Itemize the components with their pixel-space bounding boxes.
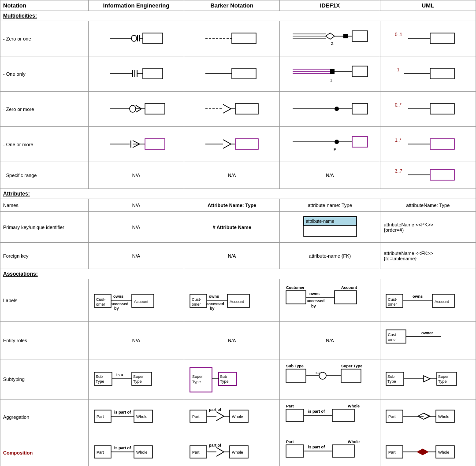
- uml-subtyping: Sub Type Super Type: [380, 359, 476, 399]
- svg-rect-68: [235, 139, 258, 149]
- svg-text:Super: Super: [438, 374, 449, 379]
- svg-text:Account: Account: [341, 285, 357, 290]
- uml-fk-text: attributeName <<FK>> {to=tablename}: [384, 251, 472, 261]
- svg-rect-31: [330, 69, 335, 74]
- idef-fk-text: attribute-name (FK): [309, 253, 351, 259]
- ie-specific-range: N/A: [88, 162, 184, 189]
- svg-text:Type: Type: [438, 379, 447, 384]
- uml-primary-key: attributeName <<PK>> {order=#}: [380, 212, 476, 243]
- svg-text:Customer: Customer: [286, 285, 305, 290]
- associations-label: Associations:: [3, 271, 38, 277]
- idef-foreign-key: attribute-name (FK): [280, 243, 380, 269]
- idef-composition: Part Whole is part of: [280, 435, 380, 466]
- barker-names-text: Attribute Name: Type: [208, 203, 256, 208]
- barker-pk-text: # Attribute Name: [212, 225, 251, 230]
- svg-text:Sub: Sub: [387, 374, 394, 379]
- label-names: Names: [0, 199, 89, 212]
- svg-text:accessed: accessed: [111, 302, 129, 306]
- svg-text:by: by: [210, 306, 215, 311]
- svg-rect-16: [352, 31, 368, 41]
- idef-subtyping: Sub Type Super Type attr: [280, 359, 380, 399]
- svg-line-46: [223, 104, 231, 109]
- uml-names: attributeName: Type: [380, 199, 476, 212]
- row-one-or-more: - One or more: [0, 127, 476, 162]
- svg-text:1: 1: [330, 78, 332, 82]
- svg-text:Account: Account: [435, 300, 449, 304]
- row-zero-or-one: - Zero or one: [0, 21, 476, 56]
- barker-zero-or-more: [184, 92, 280, 127]
- section-multiplicities: Multiplicities:: [0, 11, 476, 21]
- row-composition: Composition Part is part of Whole Part: [0, 435, 476, 466]
- barker-names: Attribute Name: Type: [184, 199, 280, 212]
- ie-composition: Part is part of Whole: [88, 435, 184, 466]
- svg-text:Part: Part: [192, 414, 200, 419]
- row-foreign-key: Foreign key N/A N/A attribute-name (FK) …: [0, 243, 476, 269]
- svg-rect-173: [332, 409, 354, 422]
- svg-text:Type: Type: [96, 379, 104, 384]
- svg-text:0..*: 0..*: [395, 103, 402, 107]
- ie-zero-or-more: [88, 92, 184, 127]
- col-header-idef: IDEF1X: [280, 0, 380, 11]
- idef-names: attribute-name: Type: [280, 199, 380, 212]
- svg-line-47: [223, 109, 231, 113]
- label-entity-roles: Entity roles: [0, 322, 89, 359]
- uml-specific-range: 3..7: [380, 162, 476, 189]
- ie-zero-or-one: [88, 21, 184, 56]
- svg-text:1..*: 1..*: [395, 138, 402, 143]
- svg-text:P: P: [334, 147, 336, 152]
- row-specific-range: - Specific range N/A N/A N/A 3..7: [0, 162, 476, 189]
- svg-rect-37: [430, 68, 454, 79]
- svg-point-70: [335, 140, 339, 144]
- svg-text:Part: Part: [388, 414, 396, 419]
- label-composition: Composition: [0, 435, 89, 466]
- svg-text:Cust-: Cust-: [388, 333, 398, 337]
- svg-text:3..7: 3..7: [395, 169, 402, 174]
- barker-foreign-key: N/A: [184, 243, 280, 269]
- ie-foreign-key: N/A: [88, 243, 184, 269]
- svg-text:Cust-: Cust-: [192, 297, 201, 302]
- svg-text:is a: is a: [116, 373, 123, 377]
- uml-foreign-key: attributeName <<FK>> {to=tablename}: [380, 243, 476, 269]
- svg-line-41: [136, 109, 141, 112]
- svg-text:is part of: is part of: [308, 409, 325, 414]
- svg-line-192: [216, 452, 224, 456]
- svg-text:part of: part of: [209, 443, 222, 448]
- ie-aggregation: Part is part of Whole: [88, 399, 184, 435]
- label-zero-or-one: - Zero or one: [0, 21, 89, 56]
- svg-rect-49: [235, 104, 258, 114]
- uml-aggregation: Part Whole: [380, 399, 476, 435]
- row-labels: Labels Cust- omer owns accessed by Accou…: [0, 279, 476, 322]
- ie-labels: Cust- omer owns accessed by Account: [88, 279, 184, 322]
- svg-rect-76: [430, 139, 454, 149]
- svg-text:Whole: Whole: [136, 414, 148, 419]
- svg-text:omer: omer: [192, 302, 201, 307]
- svg-line-40: [136, 105, 141, 109]
- svg-text:Super: Super: [133, 374, 144, 379]
- svg-text:owner: owner: [421, 331, 433, 335]
- idef-zero-or-more: [280, 92, 380, 127]
- svg-rect-19: [430, 33, 454, 44]
- uml-pk-text: attributeName <<PK>> {order=#}: [384, 222, 472, 233]
- svg-rect-25: [143, 68, 163, 79]
- svg-point-51: [335, 107, 339, 111]
- svg-text:Cust-: Cust-: [388, 297, 398, 302]
- svg-text:owns: owns: [209, 294, 219, 299]
- svg-text:Part: Part: [286, 440, 294, 444]
- section-associations: Associations:: [0, 269, 476, 279]
- svg-marker-11: [326, 33, 335, 39]
- svg-text:Whole: Whole: [438, 450, 450, 455]
- idef-specific-range-na: N/A: [326, 173, 334, 178]
- row-zero-or-more: - Zero or more: [0, 92, 476, 127]
- idef-aggregation: Part Whole is part of: [280, 399, 380, 435]
- svg-text:Sub: Sub: [96, 374, 103, 379]
- svg-marker-148: [424, 376, 430, 382]
- uml-labels: Cust- omer owns Account: [380, 279, 476, 322]
- svg-text:0..1: 0..1: [395, 32, 402, 37]
- svg-line-66: [223, 144, 231, 148]
- svg-line-162: [216, 412, 224, 416]
- svg-line-163: [216, 416, 224, 421]
- svg-text:Super Type: Super Type: [341, 364, 362, 368]
- svg-text:Part: Part: [97, 414, 104, 419]
- idef-names-text: attribute-name: Type: [308, 203, 352, 208]
- svg-line-60: [133, 144, 140, 148]
